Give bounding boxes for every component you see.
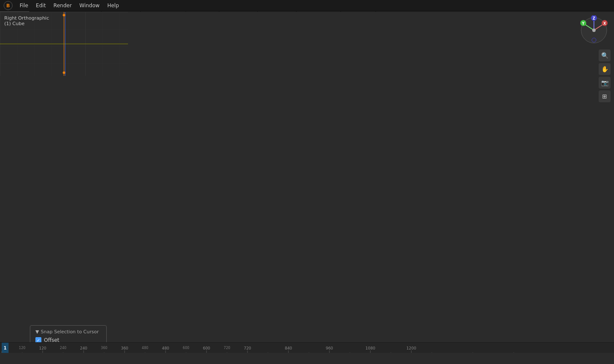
svg-text:1: 1	[4, 346, 7, 350]
svg-rect-44	[0, 343, 614, 353]
svg-text:1080: 1080	[366, 346, 375, 350]
viewport-grid	[20, 22, 128, 76]
svg-text:240: 240	[80, 346, 87, 350]
svg-text:1200: 1200	[407, 346, 416, 350]
svg-text:B: B	[6, 3, 10, 9]
svg-point-27	[63, 72, 65, 74]
menu-file[interactable]: File	[16, 2, 32, 9]
app-window: B File Edit Render Window Help Layout Mo…	[0, 0, 614, 364]
snap-popup: ▼ Snap Selection to Cursor ✓ Offset	[30, 325, 107, 331]
svg-text:720: 720	[244, 346, 251, 350]
menu-edit[interactable]: Edit	[32, 2, 49, 9]
svg-text:240: 240	[60, 346, 66, 350]
svg-text:120: 120	[19, 346, 25, 350]
svg-text:600: 600	[183, 346, 189, 350]
svg-text:840: 840	[285, 346, 292, 350]
svg-text:960: 960	[326, 346, 333, 350]
middle-section: ⊞	[0, 22, 614, 331]
menu-help[interactable]: Help	[104, 2, 122, 9]
svg-text:720: 720	[224, 346, 230, 350]
menu-window[interactable]: Window	[76, 2, 103, 9]
svg-text:120: 120	[39, 346, 46, 350]
blender-logo[interactable]: B	[3, 1, 13, 10]
svg-rect-22	[20, 22, 128, 76]
viewport-container: ⊞ Edit Mode ▾ ⬡ ⊟ ⊞ View Select Add Mesh…	[20, 22, 520, 331]
top-menu-bar: B File Edit Render Window Help	[0, 0, 614, 11]
svg-text:360: 360	[121, 346, 128, 350]
svg-text:480: 480	[162, 346, 169, 350]
viewport-canvas[interactable]: Right Orthographic (1) Cube X	[20, 22, 520, 331]
snap-popup-title: ▼ Snap Selection to Cursor	[35, 329, 101, 331]
svg-text:480: 480	[142, 346, 148, 350]
timeline-ruler[interactable]: 1 120 240 360 480 600 720 840 960	[0, 342, 614, 352]
menu-render[interactable]: Render	[50, 2, 75, 9]
svg-text:600: 600	[203, 346, 210, 350]
svg-text:360: 360	[101, 346, 107, 350]
